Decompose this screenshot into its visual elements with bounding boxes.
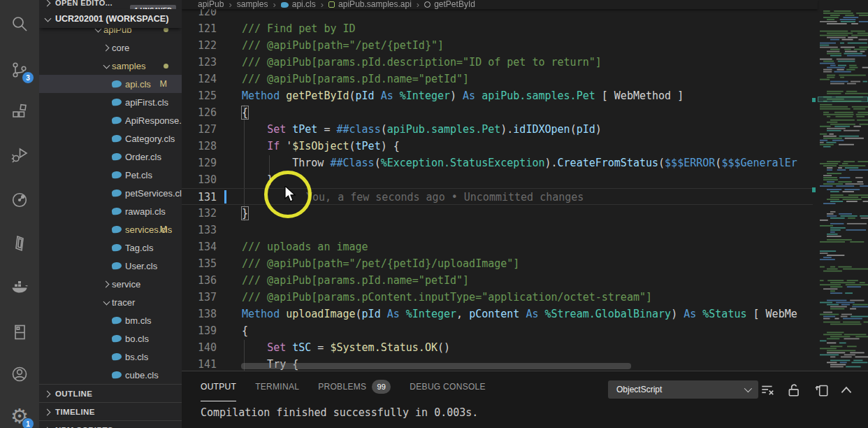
search-icon[interactable] bbox=[10, 15, 29, 34]
clear-output-icon[interactable] bbox=[760, 383, 775, 398]
tree-item-tracer[interactable]: tracer bbox=[39, 293, 182, 311]
section-header-npm-scripts[interactable]: NPM SCRIPTS bbox=[39, 420, 182, 428]
code-line-124[interactable]: 124/// @apiPub[params.pId.name="petId"] bbox=[182, 71, 813, 87]
tree-item-samples[interactable]: samples bbox=[39, 57, 182, 75]
section-header-outline[interactable]: OUTLINE bbox=[39, 384, 182, 402]
workspace-header[interactable]: UCR202001 (WORKSPACE) bbox=[39, 9, 182, 28]
tree-item-service[interactable]: service bbox=[39, 275, 182, 293]
code-line-137[interactable]: 137/// @apiPub[params.pContent.inputType… bbox=[182, 289, 813, 306]
code-line-125[interactable]: 125Method getPetById(pId As %Integer) As… bbox=[182, 87, 813, 104]
breadcrumb-item-getpetbyid[interactable]: getPetById bbox=[424, 0, 475, 9]
line-number: 129 bbox=[182, 155, 217, 171]
breadcrumb-label: samples bbox=[237, 0, 268, 9]
tree-item-cube-cls[interactable]: cube.cls bbox=[39, 366, 182, 384]
breadcrumb: apiPub›samples›api.cls›apiPub.samples.ap… bbox=[182, 0, 818, 9]
code-line-139[interactable]: 139{ bbox=[182, 322, 813, 339]
tree-item-bo-cls[interactable]: bo.cls bbox=[39, 329, 182, 348]
output-channel-select[interactable]: ObjectScript bbox=[608, 380, 758, 399]
breadcrumb-separator: › bbox=[273, 0, 275, 9]
tree-item-label: bo.cls bbox=[125, 334, 149, 344]
tree-item-services-cls[interactable]: services.clsM bbox=[39, 220, 182, 238]
code-line-128[interactable]: 128 If '$IsObject(tPet) { bbox=[182, 138, 813, 155]
code-line-140[interactable]: 140 Set tSC = $System.Status.OK() bbox=[182, 339, 813, 356]
line-number: 132 bbox=[182, 205, 217, 222]
code-line-123[interactable]: 123/// @apiPub[params.pId.description="I… bbox=[182, 54, 813, 71]
settings-gear-icon[interactable]: ⚙1 bbox=[10, 406, 29, 426]
class-file-icon bbox=[112, 98, 122, 106]
code-line-126[interactable]: 126{ bbox=[182, 104, 813, 121]
output-channel-value: ObjectScript bbox=[616, 385, 662, 394]
tree-item-bm-cls[interactable]: bm.cls bbox=[39, 311, 182, 329]
chevron-right-icon bbox=[43, 389, 53, 399]
chevron-right-icon bbox=[43, 425, 53, 428]
account-icon[interactable] bbox=[10, 364, 29, 384]
code-line-129[interactable]: 129 Throw ##Class(%Exception.StatusExcep… bbox=[182, 155, 813, 171]
panel-tab-debug-console[interactable]: DEBUG CONSOLE bbox=[410, 371, 486, 401]
tree-item-label: tracer bbox=[112, 297, 135, 308]
breadcrumb-item-samples[interactable]: samples bbox=[237, 0, 268, 9]
overview-ruler-mark bbox=[812, 98, 816, 102]
tree-item-bs-cls[interactable]: bs.cls bbox=[39, 348, 182, 366]
class-file-icon bbox=[112, 225, 122, 233]
tree-item-order-cls[interactable]: Order.cls bbox=[39, 148, 182, 166]
minimap[interactable] bbox=[818, 9, 868, 371]
code-line-138[interactable]: 138Method uploadImage(pId As %Integer, p… bbox=[182, 306, 813, 322]
tree-item-label: Category.cls bbox=[125, 134, 175, 144]
code-editor[interactable]: apiPub›samples›api.cls›apiPub.samples.ap… bbox=[182, 0, 868, 371]
unlock-icon[interactable] bbox=[786, 383, 802, 398]
tree-item-label: apiFirst.cls bbox=[125, 97, 168, 108]
code-line-134[interactable]: 134/// uploads an image bbox=[182, 238, 813, 255]
tree-item-label: service bbox=[112, 279, 140, 290]
tree-item-rawapi-cls[interactable]: rawapi.cls bbox=[39, 202, 182, 220]
tree-item-apifirst-cls[interactable]: apiFirst.cls bbox=[39, 93, 182, 111]
chevron-up-icon[interactable] bbox=[839, 383, 854, 398]
panel-tab-output[interactable]: OUTPUT bbox=[201, 371, 236, 401]
breadcrumb-item-api-cls[interactable]: api.cls bbox=[281, 0, 316, 9]
circle-branch-icon[interactable] bbox=[10, 190, 29, 210]
tree-item-tag-cls[interactable]: Tag.cls bbox=[39, 238, 182, 257]
panel-tab-problems[interactable]: PROBLEMS99 bbox=[318, 371, 391, 401]
line-number: 133 bbox=[182, 222, 217, 238]
class-file-icon bbox=[112, 352, 122, 360]
line-content: { bbox=[242, 104, 248, 121]
workspace-label: UCR202001 (WORKSPACE) bbox=[55, 14, 168, 24]
chevron-right-icon bbox=[43, 407, 53, 417]
tree-item-petservices-cls[interactable]: petServices.cls bbox=[39, 184, 182, 202]
tree-item-category-cls[interactable]: Category.cls bbox=[39, 129, 182, 148]
tree-item-label: User.cls bbox=[125, 261, 157, 271]
breadcrumb-item-apipub-samples-api[interactable]: apiPub.samples.api bbox=[328, 0, 412, 9]
section-header-timeline[interactable]: TIMELINE bbox=[39, 402, 182, 420]
docker-icon[interactable] bbox=[10, 277, 29, 297]
line-number: 121 bbox=[182, 20, 217, 37]
horizontal-scrollbar[interactable] bbox=[241, 363, 631, 369]
class-file-icon bbox=[112, 189, 122, 197]
code-line-136[interactable]: 136/// @apiPub[params.pId.name="petId"] bbox=[182, 272, 813, 289]
tree-item-user-cls[interactable]: User.cls bbox=[39, 257, 182, 275]
tree-item-core[interactable]: core bbox=[39, 38, 182, 57]
line-number: 135 bbox=[182, 255, 217, 272]
file-tree: apiPubcoresamplesapi.clsMapiFirst.clsApi… bbox=[39, 20, 182, 384]
code-line-121[interactable]: 121/// Find pet by ID bbox=[182, 20, 813, 37]
code-line-135[interactable]: 135/// @apiPub[path="/pet/{petId}/upload… bbox=[182, 255, 813, 272]
line-content: /// @apiPub[path="/pet/{petId}/uploadIma… bbox=[242, 255, 519, 272]
panel-tabs: OUTPUTTERMINALPROBLEMS99DEBUG CONSOLE bbox=[201, 371, 486, 401]
run-debug-icon[interactable] bbox=[10, 145, 29, 165]
text-cursor-caret bbox=[224, 190, 226, 204]
breadcrumb-item-apipub[interactable]: apiPub bbox=[198, 0, 224, 9]
objectscript-icon[interactable] bbox=[10, 234, 29, 253]
code-line-133[interactable]: 133 bbox=[182, 222, 813, 238]
server-icon[interactable] bbox=[10, 322, 29, 342]
open-in-editor-icon[interactable] bbox=[814, 383, 830, 398]
tree-item-label: Tag.cls bbox=[125, 243, 153, 253]
code-line-122[interactable]: 122/// @apiPub[path="/pet/{petId}"] bbox=[182, 37, 813, 54]
panel-tab-label: PROBLEMS bbox=[318, 382, 366, 392]
source-control-icon[interactable]: 3 bbox=[10, 60, 29, 80]
extensions-icon[interactable] bbox=[10, 102, 29, 122]
panel-tab-terminal[interactable]: TERMINAL bbox=[255, 371, 299, 401]
tree-item-api-cls[interactable]: api.clsM bbox=[39, 75, 182, 93]
tree-item-label: bs.cls bbox=[125, 352, 148, 362]
tree-item-apiresponse-cls[interactable]: ApiResponse.cls bbox=[39, 111, 182, 129]
line-content: /// Find pet by ID bbox=[242, 20, 356, 37]
tree-item-pet-cls[interactable]: Pet.cls bbox=[39, 166, 182, 184]
code-line-127[interactable]: 127 Set tPet = ##class(apiPub.samples.Pe… bbox=[182, 121, 813, 138]
